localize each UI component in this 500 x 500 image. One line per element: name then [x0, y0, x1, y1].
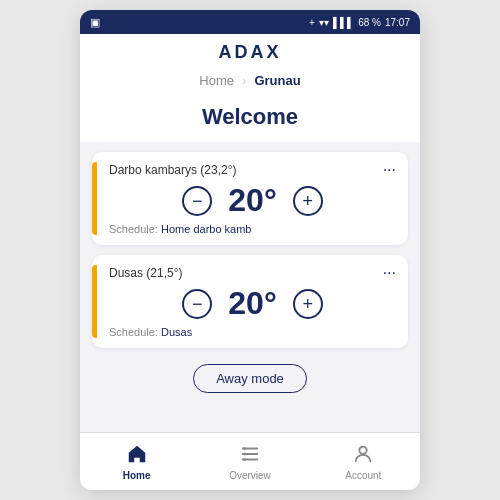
- away-section: Away mode: [80, 358, 420, 403]
- battery-text: 68 %: [358, 17, 381, 28]
- increase-btn-0[interactable]: +: [293, 186, 323, 216]
- schedule-link-1[interactable]: Dusas: [161, 326, 192, 338]
- breadcrumb: Home › Grunau: [80, 69, 420, 96]
- svg-point-6: [360, 446, 367, 453]
- signal-icon: ▌▌▌: [333, 17, 354, 28]
- bottom-nav: Home Overview: [80, 432, 420, 490]
- welcome-section: Welcome: [80, 96, 420, 142]
- device-name-1: Dusas (21,5°): [109, 266, 183, 280]
- wifi-icon: ▾▾: [319, 17, 329, 28]
- card-header-0: Darbo kambarys (23,2°) ···: [109, 162, 396, 178]
- temp-value-0: 20°: [228, 182, 276, 219]
- svg-point-5: [243, 458, 246, 461]
- welcome-text: Welcome: [202, 104, 298, 129]
- phone-frame: ▣ + ▾▾ ▌▌▌ 68 % 17:07 ADAX Home › Grunau…: [80, 10, 420, 490]
- adax-logo: ADAX: [80, 42, 420, 63]
- status-bar: ▣ + ▾▾ ▌▌▌ 68 % 17:07: [80, 10, 420, 34]
- schedule-row-0: Schedule: Home darbo kamb: [109, 223, 396, 235]
- device-name-0: Darbo kambarys (23,2°): [109, 163, 237, 177]
- device-card-0: Darbo kambarys (23,2°) ··· − 20° + Sched…: [92, 152, 408, 245]
- temp-control-0: − 20° +: [109, 182, 396, 219]
- nav-item-overview[interactable]: Overview: [193, 443, 306, 481]
- account-icon: [352, 443, 374, 468]
- breadcrumb-home[interactable]: Home: [199, 73, 234, 88]
- svg-point-3: [243, 447, 246, 450]
- nav-label-account: Account: [345, 470, 381, 481]
- status-right: + ▾▾ ▌▌▌ 68 % 17:07: [309, 17, 410, 28]
- card-body-1: Dusas (21,5°) ··· − 20° + Schedule: Dusa…: [109, 265, 396, 338]
- away-mode-button[interactable]: Away mode: [193, 364, 307, 393]
- card-header-1: Dusas (21,5°) ···: [109, 265, 396, 281]
- schedule-label-1: Schedule:: [109, 326, 158, 338]
- decrease-btn-1[interactable]: −: [182, 289, 212, 319]
- breadcrumb-current[interactable]: Grunau: [254, 73, 300, 88]
- card-accent-0: [92, 162, 97, 235]
- app-header: ADAX: [80, 34, 420, 69]
- nav-label-home: Home: [123, 470, 151, 481]
- nav-item-account[interactable]: Account: [307, 443, 420, 481]
- breadcrumb-separator: ›: [242, 73, 246, 88]
- schedule-row-1: Schedule: Dusas: [109, 326, 396, 338]
- main-content: ADAX Home › Grunau Welcome Darbo kambary…: [80, 34, 420, 432]
- device-card-1: Dusas (21,5°) ··· − 20° + Schedule: Dusa…: [92, 255, 408, 348]
- temp-control-1: − 20° +: [109, 285, 396, 322]
- cards-section: Darbo kambarys (23,2°) ··· − 20° + Sched…: [80, 142, 420, 358]
- decrease-btn-0[interactable]: −: [182, 186, 212, 216]
- bluetooth-icon: +: [309, 17, 315, 28]
- card-menu-0[interactable]: ···: [383, 162, 396, 178]
- schedule-link-0[interactable]: Home darbo kamb: [161, 223, 252, 235]
- overview-icon: [239, 443, 261, 468]
- nav-label-overview: Overview: [229, 470, 271, 481]
- nav-item-home[interactable]: Home: [80, 443, 193, 481]
- schedule-label-0: Schedule:: [109, 223, 158, 235]
- card-accent-1: [92, 265, 97, 338]
- status-left: ▣: [90, 16, 100, 29]
- temp-value-1: 20°: [228, 285, 276, 322]
- card-body-0: Darbo kambarys (23,2°) ··· − 20° + Sched…: [109, 162, 396, 235]
- home-icon: [126, 443, 148, 468]
- svg-point-4: [243, 452, 246, 455]
- time-text: 17:07: [385, 17, 410, 28]
- notification-icon: ▣: [90, 16, 100, 29]
- increase-btn-1[interactable]: +: [293, 289, 323, 319]
- card-menu-1[interactable]: ···: [383, 265, 396, 281]
